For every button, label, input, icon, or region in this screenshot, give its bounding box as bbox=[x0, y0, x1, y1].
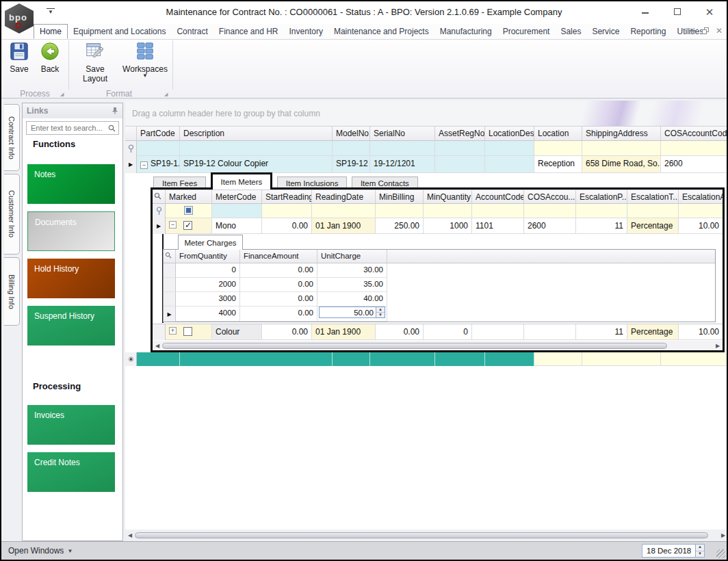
ribbon-tab-service[interactable]: Service bbox=[586, 24, 625, 39]
cell-accountcode[interactable] bbox=[472, 324, 524, 340]
mdi-close-icon[interactable]: ✕ bbox=[716, 26, 723, 36]
cell-escalationa[interactable]: 10.00 bbox=[679, 218, 723, 234]
cell-readingdate[interactable]: 01 Jan 1900 bbox=[312, 218, 376, 234]
spin-down-icon[interactable]: ▼ bbox=[376, 313, 385, 317]
resize-grip[interactable] bbox=[716, 549, 725, 558]
cell-startreading[interactable]: 0.00 bbox=[262, 324, 312, 340]
cell-metercode[interactable]: Mono bbox=[212, 218, 262, 234]
column-header-fromquantity[interactable]: FromQuantity bbox=[176, 250, 240, 263]
side-tab-customer-info[interactable]: Customer Info bbox=[4, 174, 20, 255]
save-layout-button[interactable]: Save Layout bbox=[73, 41, 118, 83]
column-header-serialno[interactable]: SerialNo bbox=[370, 126, 435, 141]
credit-notes-button[interactable]: Credit Notes bbox=[27, 452, 115, 492]
minimize-button[interactable] bbox=[636, 7, 654, 19]
spin-up-icon[interactable]: ▲ bbox=[376, 307, 385, 313]
maximize-button[interactable] bbox=[668, 7, 686, 19]
new-row-indicator[interactable]: ✳ bbox=[125, 352, 137, 366]
column-header-minquantity[interactable]: MinQuantity bbox=[424, 190, 472, 204]
row-indicator[interactable] bbox=[164, 292, 176, 306]
column-header-escalationt[interactable]: EscalationT... bbox=[627, 190, 679, 204]
filter-cell-escalationt[interactable] bbox=[627, 204, 679, 218]
column-header-metercode[interactable]: MeterCode bbox=[212, 190, 262, 204]
marked-checkbox[interactable] bbox=[183, 327, 192, 336]
scroll-left-icon[interactable]: ◀ bbox=[125, 532, 135, 538]
scrollbar-thumb[interactable] bbox=[162, 343, 667, 349]
new-cell-location[interactable] bbox=[534, 352, 582, 366]
cell-cosaccou[interactable] bbox=[524, 324, 576, 340]
expand-icon[interactable]: + bbox=[169, 327, 177, 335]
cell-unitcharge[interactable]: 35.00 bbox=[317, 278, 387, 292]
group-by-bar[interactable]: Drag a column header here to group by th… bbox=[125, 101, 728, 126]
cell-fromquantity[interactable]: 2000 bbox=[176, 278, 240, 292]
cell-marked[interactable]: − bbox=[166, 218, 212, 234]
filter-cell-location[interactable] bbox=[534, 141, 582, 156]
row-indicator[interactable]: ▶ bbox=[153, 218, 166, 234]
column-header-escalationa[interactable]: EscalationA... bbox=[679, 190, 723, 204]
cell-accountcode[interactable]: 1101 bbox=[472, 218, 524, 234]
cell-financeamount[interactable]: 0.00 bbox=[240, 306, 317, 322]
cell-marked[interactable]: + bbox=[166, 324, 212, 340]
new-cell-partcode[interactable] bbox=[137, 352, 180, 366]
hold-history-button[interactable]: Hold History bbox=[27, 259, 115, 298]
row-indicator[interactable]: ▶ bbox=[164, 306, 176, 322]
column-header-startreading[interactable]: StartReading bbox=[262, 190, 312, 204]
open-windows-label[interactable]: Open Windows bbox=[8, 546, 64, 556]
spin-up-icon[interactable]: ▲ bbox=[696, 545, 704, 551]
scrollbar-thumb[interactable] bbox=[135, 532, 708, 538]
cell-minbilling[interactable]: 250.00 bbox=[376, 218, 424, 234]
collapse-icon[interactable]: − bbox=[140, 161, 148, 169]
row-indicator[interactable]: ▶ bbox=[125, 156, 137, 173]
filter-cell-minbilling[interactable] bbox=[376, 204, 424, 218]
group-corner-icon[interactable]: ◢ bbox=[164, 92, 168, 97]
filter-cell-minquantity[interactable] bbox=[424, 204, 472, 218]
column-header-partcode[interactable]: PartCode bbox=[137, 126, 180, 141]
cell-serialno[interactable]: 19-12/1201 bbox=[370, 156, 435, 173]
filter-cell-metercode[interactable] bbox=[212, 204, 262, 218]
group-corner-icon[interactable]: ◢ bbox=[60, 92, 64, 97]
cell-fromquantity[interactable]: 4000 bbox=[176, 306, 240, 322]
cell-locationdesc[interactable] bbox=[485, 156, 534, 173]
cell-escalationt[interactable]: Percentage bbox=[627, 218, 679, 234]
column-header-locationdesc[interactable]: LocationDesc bbox=[485, 126, 534, 141]
column-header-description[interactable]: Description bbox=[180, 126, 333, 141]
filter-cell-partcode[interactable] bbox=[137, 141, 180, 156]
filter-cell-readingdate[interactable] bbox=[312, 204, 376, 218]
scroll-right-icon[interactable]: ▶ bbox=[713, 343, 723, 349]
cell-readingdate[interactable]: 01 Jan 1900 bbox=[312, 324, 376, 340]
cell-unitcharge[interactable]: 40.00 bbox=[317, 292, 387, 306]
ribbon-tab-manufacturing[interactable]: Manufacturing bbox=[434, 24, 497, 39]
ribbon-tab-equipment[interactable]: Equipment and Locations bbox=[68, 24, 171, 39]
invoices-button[interactable]: Invoices bbox=[27, 405, 115, 445]
column-header-financeamount[interactable]: FinanceAmount bbox=[240, 250, 317, 263]
cell-modelno[interactable]: SP19-12 bbox=[333, 156, 370, 173]
column-header-assetregno[interactable]: AssetRegNo bbox=[435, 126, 485, 141]
new-cell-serialno[interactable] bbox=[370, 352, 435, 366]
status-date-value[interactable]: 18 Dec 2018 bbox=[642, 545, 695, 557]
column-header-accountcode[interactable]: AccountCode bbox=[472, 190, 524, 204]
tab-item-meters[interactable]: Item Meters bbox=[211, 172, 273, 190]
filter-cell-marked[interactable] bbox=[166, 204, 212, 218]
cell-description[interactable]: SP19-12 Colour Copier bbox=[180, 156, 333, 173]
workspaces-dropdown-icon[interactable]: ▼ bbox=[122, 74, 168, 78]
filter-cell-shippingaddress[interactable] bbox=[582, 141, 661, 156]
column-header-cosaccountcode[interactable]: COSAccountCode bbox=[661, 126, 728, 141]
column-header-minbilling[interactable]: MinBilling bbox=[376, 190, 424, 204]
pin-icon[interactable] bbox=[112, 107, 118, 115]
ribbon-tab-sales[interactable]: Sales bbox=[555, 24, 586, 39]
open-windows-dropdown-icon[interactable]: ▼ bbox=[67, 548, 73, 554]
cell-fromquantity[interactable]: 3000 bbox=[176, 292, 240, 306]
ribbon-tab-home[interactable]: Home bbox=[34, 24, 68, 39]
new-cell-shippingaddress[interactable] bbox=[582, 352, 661, 366]
documents-button[interactable]: Documents bbox=[27, 211, 115, 251]
ribbon-tab-inventory[interactable]: Inventory bbox=[284, 24, 328, 39]
cell-shippingaddress[interactable]: 658 Dime Road, So... bbox=[582, 156, 661, 173]
mdi-restore-icon[interactable] bbox=[702, 27, 709, 34]
filter-cell-startreading[interactable] bbox=[262, 204, 312, 218]
column-header-marked[interactable]: Marked bbox=[166, 190, 212, 204]
column-header-modelno[interactable]: ModelNo bbox=[333, 126, 370, 141]
save-button[interactable]: Save bbox=[5, 41, 33, 74]
filter-cell-cosaccountcode[interactable] bbox=[661, 141, 728, 156]
cell-financeamount[interactable]: 0.00 bbox=[240, 263, 317, 278]
new-cell-assetregno[interactable] bbox=[435, 352, 485, 366]
scroll-right-icon[interactable]: ▶ bbox=[718, 532, 728, 538]
